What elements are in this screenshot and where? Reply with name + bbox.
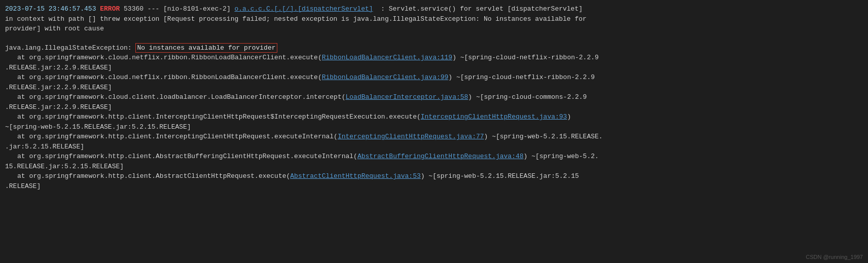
log-text: in context with path [] threw exception … — [5, 15, 587, 23]
log-link[interactable]: LoadBalancerInterceptor.java:58 — [346, 93, 468, 101]
log-text: .RELEASE.jar:2.2.9.RELEASE] — [5, 84, 112, 91]
log-container: 2023-07-15 23:46:57.453 ERROR 53360 --- … — [0, 0, 868, 263]
log-line-blank1 — [5, 34, 863, 43]
log-line-line16: 15.RELEASE.jar:5.2.15.RELEASE] — [5, 162, 863, 172]
log-line-line7: at org.springframework.cloud.netflix.rib… — [5, 72, 863, 83]
log-text: ~[spring-web-5.2.15.RELEASE.jar:5.2.15.R… — [5, 123, 191, 131]
log-line-line1: 2023-07-15 23:46:57.453 ERROR 53360 --- … — [5, 4, 863, 14]
log-text: : Servlet.service() for servlet [dispatc… — [373, 5, 583, 13]
log-text: ) ~[spring-web-5.2. — [524, 153, 599, 160]
log-text: at org.springframework.cloud.netflix.rib… — [17, 73, 322, 81]
log-text: ) ~[spring-cloud-netflix-ribbon-2.2.9 — [448, 73, 595, 81]
log-line-line13: at org.springframework.http.client.Inter… — [5, 132, 863, 142]
log-line-line10: .RELEASE.jar:2.2.9.RELEASE] — [5, 102, 863, 112]
log-line-line6: .RELEASE.jar:2.2.9.RELEASE] — [5, 63, 863, 73]
log-text: .RELEASE.jar:2.2.9.RELEASE] — [5, 64, 112, 71]
log-text: ) ~[spring-web-5.2.15.RELEASE.jar:5.2.15 — [421, 172, 579, 180]
watermark: CSDN @running_1997 — [806, 254, 863, 260]
log-line-line9: at org.springframework.cloud.client.load… — [5, 92, 863, 102]
log-text: at org.springframework.http.client.Abstr… — [17, 153, 357, 160]
error-label: ERROR — [100, 5, 124, 13]
log-text: ) ~[spring-web-5.2.15.RELEASE. — [484, 133, 603, 140]
log-line-line3: provider] with root cause — [5, 24, 863, 34]
log-text: ) — [567, 113, 571, 121]
log-link[interactable]: AbstractClientHttpRequest.java:53 — [290, 172, 420, 180]
log-text: at org.springframework.cloud.client.load… — [17, 93, 346, 101]
log-line-line4: java.lang.IllegalStateException: No inst… — [5, 43, 863, 53]
log-text: at org.springframework.http.client.Inter… — [17, 133, 338, 140]
log-link[interactable]: AbstractBufferingClientHttpRequest.java:… — [357, 153, 524, 160]
log-line-line18: .RELEASE] — [5, 181, 863, 192]
log-line-line8: .RELEASE.jar:2.2.9.RELEASE] — [5, 83, 863, 93]
log-line-line14: .jar:5.2.15.RELEASE] — [5, 142, 863, 152]
log-link[interactable]: o.a.c.c.C.[.[/].[dispatcherServlet] — [234, 5, 373, 13]
log-text: .RELEASE] — [5, 182, 41, 190]
log-line-line11: at org.springframework.http.client.Inter… — [5, 112, 863, 122]
log-text: 15.RELEASE.jar:5.2.15.RELEASE] — [5, 163, 124, 170]
log-link[interactable]: RibbonLoadBalancerClient.java:119 — [322, 54, 452, 61]
log-link[interactable]: InterceptingClientHttpRequest.java:93 — [421, 113, 567, 121]
log-link[interactable]: InterceptingClientHttpRequest.java:77 — [338, 133, 484, 140]
log-text: at org.springframework.http.client.Abstr… — [17, 172, 290, 180]
log-timestamp: 2023-07-15 23:46:57.453 — [5, 5, 100, 13]
log-text: at org.springframework.http.client.Inter… — [17, 113, 421, 121]
log-line-line15: at org.springframework.http.client.Abstr… — [5, 152, 863, 162]
log-text: .RELEASE.jar:2.2.9.RELEASE] — [5, 103, 112, 111]
log-text: ) ~[spring-cloud-commons-2.2.9 — [468, 93, 587, 101]
log-text: 53360 --- [nio-8101-exec-2] — [124, 5, 234, 13]
log-line-line5: at org.springframework.cloud.netflix.rib… — [5, 53, 863, 63]
log-line-line12: ~[spring-web-5.2.15.RELEASE.jar:5.2.15.R… — [5, 122, 863, 132]
log-line-line2: in context with path [] threw exception … — [5, 14, 863, 24]
log-text: ) ~[spring-cloud-netflix-ribbon-2.2.9 — [452, 54, 599, 61]
log-text: .jar:5.2.15.RELEASE] — [5, 143, 84, 151]
log-text: java.lang.IllegalStateException: — [5, 44, 135, 52]
highlighted-exception: No instances available for provider — [135, 43, 277, 53]
log-text: provider] with root cause — [5, 25, 104, 32]
log-line-line17: at org.springframework.http.client.Abstr… — [5, 171, 863, 181]
log-link[interactable]: RibbonLoadBalancerClient.java:99 — [322, 73, 449, 81]
log-text: at org.springframework.cloud.netflix.rib… — [17, 54, 322, 61]
